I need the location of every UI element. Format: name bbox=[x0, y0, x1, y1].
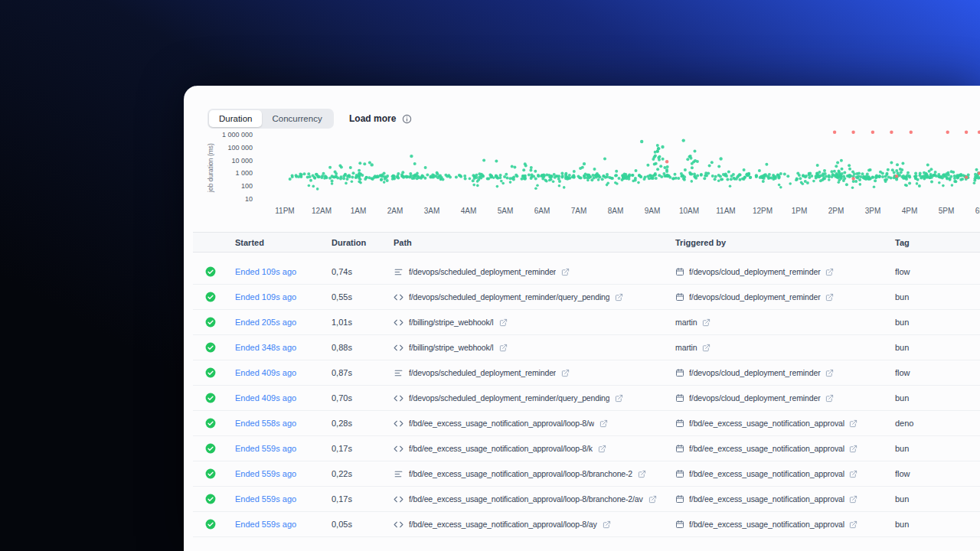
run-trigger-link[interactable]: f/bd/ee_excess_usage_notification_approv… bbox=[689, 494, 844, 504]
run-trigger-link[interactable]: f/bd/ee_excess_usage_notification_approv… bbox=[689, 520, 844, 529]
triggered-by-cell: f/devops/cloud_deployment_reminder bbox=[675, 267, 895, 276]
run-trigger-link[interactable]: f/devops/cloud_deployment_reminder bbox=[689, 267, 821, 276]
external-link-icon[interactable] bbox=[849, 495, 858, 504]
tab-duration[interactable]: Duration bbox=[209, 110, 262, 127]
run-started-link[interactable]: Ended 559s ago bbox=[235, 469, 296, 478]
run-trigger-link[interactable]: f/devops/cloud_deployment_reminder bbox=[689, 393, 821, 403]
external-link-icon[interactable] bbox=[825, 268, 834, 276]
external-link-icon[interactable] bbox=[825, 394, 834, 403]
duration-scatter-chart[interactable]: job duration (ms) 1 000 000100 00010 000… bbox=[184, 128, 980, 221]
script-code-icon bbox=[394, 444, 403, 454]
path-cell: f/billing/stripe_webhook/l bbox=[394, 343, 675, 353]
path-cell: f/bd/ee_excess_usage_notification_approv… bbox=[394, 444, 675, 454]
external-link-icon[interactable] bbox=[499, 318, 508, 327]
external-link-icon[interactable] bbox=[849, 520, 858, 529]
external-link-icon[interactable] bbox=[561, 268, 570, 276]
run-path-link[interactable]: f/bd/ee_excess_usage_notification_approv… bbox=[409, 494, 643, 504]
run-trigger-link[interactable]: f/devops/cloud_deployment_reminder bbox=[689, 292, 821, 302]
run-started-link[interactable]: Ended 559s ago bbox=[235, 494, 296, 504]
run-path-link[interactable]: f/devops/scheduled_deployment_reminder/q… bbox=[409, 292, 609, 302]
run-trigger-link[interactable]: martin bbox=[675, 343, 697, 352]
run-trigger-link[interactable]: f/bd/ee_excess_usage_notification_approv… bbox=[689, 419, 844, 428]
external-link-icon[interactable] bbox=[825, 369, 834, 377]
svg-text:10: 10 bbox=[245, 195, 253, 203]
table-row[interactable]: Ended 559s ago0,22sf/bd/ee_excess_usage_… bbox=[193, 461, 980, 487]
external-link-icon[interactable] bbox=[648, 495, 657, 504]
run-trigger-link[interactable]: f/bd/ee_excess_usage_notification_approv… bbox=[689, 469, 844, 478]
run-path-link[interactable]: f/devops/scheduled_deployment_reminder bbox=[409, 368, 556, 377]
run-started-link[interactable]: Ended 409s ago bbox=[235, 393, 296, 403]
path-cell: f/devops/scheduled_deployment_reminder/q… bbox=[394, 292, 675, 302]
table-row[interactable]: Ended 558s ago0,28sf/bd/ee_excess_usage_… bbox=[193, 411, 980, 436]
status-cell bbox=[199, 317, 235, 328]
run-started-link[interactable]: Ended 559s ago bbox=[235, 520, 296, 529]
path-cell: f/devops/scheduled_deployment_reminder bbox=[394, 267, 675, 277]
table-row[interactable]: Ended 109s ago0,55sf/devops/scheduled_de… bbox=[193, 285, 980, 310]
run-path-link[interactable]: f/bd/ee_excess_usage_notification_approv… bbox=[409, 469, 632, 478]
external-link-icon[interactable] bbox=[849, 470, 858, 478]
schedule-calendar-icon bbox=[675, 267, 684, 276]
run-path-link[interactable]: f/billing/stripe_webhook/l bbox=[409, 343, 494, 352]
info-icon[interactable] bbox=[402, 114, 412, 124]
run-started-link[interactable]: Ended 348s ago bbox=[235, 343, 296, 352]
load-more-button[interactable]: Load more bbox=[349, 109, 412, 129]
external-link-icon[interactable] bbox=[615, 394, 623, 403]
external-link-icon[interactable] bbox=[825, 293, 834, 302]
run-started-link[interactable]: Ended 109s ago bbox=[235, 267, 296, 276]
run-path-link[interactable]: f/devops/scheduled_deployment_reminder/q… bbox=[409, 393, 609, 403]
external-link-icon[interactable] bbox=[702, 318, 710, 327]
header-duration: Duration bbox=[332, 238, 394, 247]
table-header-row: Started Duration Path Triggered by Tag bbox=[193, 232, 980, 253]
svg-text:6PM: 6PM bbox=[975, 207, 980, 215]
started-cell: Ended 558s ago bbox=[235, 419, 332, 428]
y-axis-ticks: 1 000 000100 00010 0001 00010010 bbox=[222, 131, 253, 203]
run-trigger-link[interactable]: f/bd/ee_excess_usage_notification_approv… bbox=[689, 444, 844, 453]
table-row[interactable]: Ended 409s ago0,87sf/devops/scheduled_de… bbox=[193, 360, 980, 386]
svg-text:4PM: 4PM bbox=[902, 207, 918, 215]
started-cell: Ended 109s ago bbox=[235, 267, 332, 276]
run-started-link[interactable]: Ended 409s ago bbox=[235, 368, 296, 377]
run-path-link[interactable]: f/devops/scheduled_deployment_reminder bbox=[409, 267, 556, 276]
triggered-by-cell: martin bbox=[675, 343, 895, 352]
run-path-link[interactable]: f/bd/ee_excess_usage_notification_approv… bbox=[409, 520, 597, 529]
table-row[interactable]: Ended 348s ago0,88sf/billing/stripe_webh… bbox=[193, 335, 980, 360]
run-started-link[interactable]: Ended 559s ago bbox=[235, 444, 296, 453]
external-link-icon[interactable] bbox=[702, 344, 710, 352]
duration-cell: 0,88s bbox=[332, 343, 394, 352]
run-started-link[interactable]: Ended 205s ago bbox=[235, 318, 296, 327]
table-row[interactable]: Ended 559s ago0,17sf/bd/ee_excess_usage_… bbox=[193, 436, 980, 461]
script-code-icon bbox=[394, 494, 403, 504]
table-row[interactable]: Ended 559s ago0,05sf/bd/ee_excess_usage_… bbox=[193, 512, 980, 537]
started-cell: Ended 348s ago bbox=[235, 343, 332, 352]
external-link-icon[interactable] bbox=[598, 445, 606, 453]
run-started-link[interactable]: Ended 109s ago bbox=[235, 292, 296, 302]
run-trigger-link[interactable]: martin bbox=[675, 318, 697, 327]
table-row[interactable]: Ended 205s ago1,01sf/billing/stripe_webh… bbox=[193, 310, 980, 335]
run-started-link[interactable]: Ended 558s ago bbox=[235, 419, 296, 428]
run-path-link[interactable]: f/billing/stripe_webhook/l bbox=[409, 318, 494, 327]
run-tag: bun bbox=[895, 444, 909, 453]
status-cell bbox=[199, 468, 235, 479]
external-link-icon[interactable] bbox=[561, 369, 570, 377]
external-link-icon[interactable] bbox=[603, 520, 611, 529]
external-link-icon[interactable] bbox=[638, 470, 646, 478]
flow-icon bbox=[394, 469, 403, 479]
tag-cell: bun bbox=[895, 520, 980, 529]
external-link-icon[interactable] bbox=[599, 419, 608, 428]
external-link-icon[interactable] bbox=[615, 293, 623, 302]
external-link-icon[interactable] bbox=[499, 344, 508, 352]
run-path-link[interactable]: f/bd/ee_excess_usage_notification_approv… bbox=[409, 419, 594, 428]
tab-concurrency[interactable]: Concurrency bbox=[262, 110, 332, 127]
external-link-icon[interactable] bbox=[849, 419, 858, 428]
table-row[interactable]: Ended 109s ago0,74sf/devops/scheduled_de… bbox=[193, 259, 980, 285]
run-trigger-link[interactable]: f/devops/cloud_deployment_reminder bbox=[689, 368, 821, 377]
table-row[interactable]: Ended 409s ago0,70sf/devops/scheduled_de… bbox=[193, 386, 980, 411]
svg-text:8AM: 8AM bbox=[608, 207, 624, 215]
table-row[interactable]: Ended 559s ago0,17sf/bd/ee_excess_usage_… bbox=[193, 487, 980, 512]
schedule-calendar-icon bbox=[675, 444, 684, 453]
y-axis-label: job duration (ms) bbox=[207, 143, 214, 193]
duration-cell: 0,55s bbox=[332, 292, 394, 302]
run-path-link[interactable]: f/bd/ee_excess_usage_notification_approv… bbox=[409, 444, 593, 453]
external-link-icon[interactable] bbox=[849, 445, 858, 453]
svg-text:5AM: 5AM bbox=[498, 207, 514, 215]
